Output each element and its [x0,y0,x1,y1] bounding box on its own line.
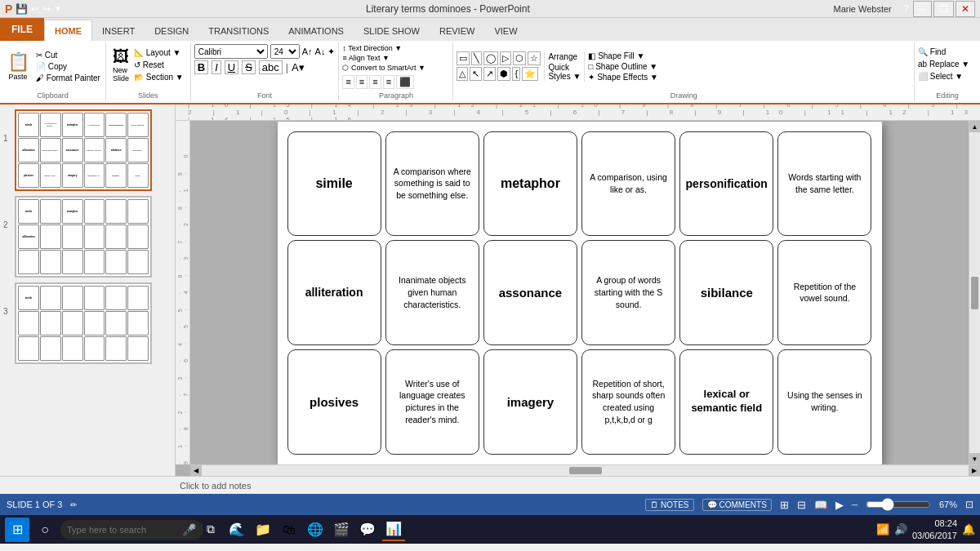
ribbon-tabs: FILE HOME INSERT DESIGN TRANSITIONS ANIM… [0,18,980,41]
cell-alliteration-def: Inanimate objects given human characteri… [385,240,479,345]
copy-button[interactable]: 📄 Copy [34,61,102,72]
microphone-icon[interactable]: 🎤 [182,523,196,536]
align-text-button[interactable]: ≡ Align Text ▼ [342,54,390,62]
tab-view[interactable]: VIEW [484,21,527,41]
store-icon[interactable]: 🛍 [278,518,301,541]
underline-button[interactable]: U [225,60,238,74]
align-right-icon[interactable]: ≡ [369,75,381,89]
paste-button[interactable]: 📋 Paste [3,44,33,88]
task-view-btn[interactable]: ⧉ [199,518,222,541]
cortana-icon[interactable]: ○ [33,518,57,542]
replace-button[interactable]: ab Replace ▼ [918,60,977,69]
shape-effects-button[interactable]: ✦ Shape Effects ▼ [588,73,658,82]
cut-button[interactable]: ✂ Cut [34,50,102,60]
view-slideshow-icon[interactable]: ▶ [835,499,844,511]
find-button[interactable]: 🔍 Find [918,47,977,56]
section-button[interactable]: 📂 Section ▼ [132,72,185,82]
view-reading-icon[interactable]: 📖 [814,499,827,511]
slide-edit-icon[interactable]: ✏ [70,500,77,509]
cell-plosives-def: Writer's use of language creates picture… [385,349,479,455]
main-canvas-area: | 16 | 15 | 14 | 13 | 12 | 11 | 10 | 9 |… [176,104,980,476]
tab-animations[interactable]: ANIMATIONS [278,21,354,41]
ppt-taskbar-icon[interactable]: 📊 [382,518,405,541]
edge-icon[interactable]: 🌊 [225,518,248,541]
slide-num-3: 3 [3,307,8,316]
font-name-select[interactable]: Calibri [194,44,268,59]
notification-icon[interactable]: 🔔 [962,523,975,535]
font-color-button[interactable]: A▾ [292,61,305,73]
quick-styles-button[interactable]: QuickStyles ▼ [548,63,581,81]
convert-smartart-button[interactable]: ⬡ Convert to SmartArt ▼ [342,64,425,72]
horizontal-ruler: | 16 | 15 | 14 | 13 | 12 | 11 | 10 | 9 |… [176,104,980,121]
comments-toggle[interactable]: 💬COMMENTS [702,499,772,511]
textshadow-button[interactable]: abc [259,60,283,74]
quick-access-redo[interactable]: ↪ [42,3,51,15]
increase-font-icon[interactable]: A↑ [302,47,313,56]
tab-home[interactable]: HOME [44,20,92,41]
ribbon-group-clipboard: 📋 Paste ✂ Cut 📄 Copy 🖌 Format Painter Cl… [0,42,106,101]
tab-review[interactable]: REVIEW [430,21,484,41]
vertical-scrollbar[interactable]: ▲ ▼ [969,121,980,464]
tab-design[interactable]: DESIGN [145,21,198,41]
notes-bar[interactable]: Click to add notes [0,476,980,494]
slide-thumb-3[interactable]: simile [15,282,152,364]
cell-personification-term: personification [679,131,773,237]
arrange-button[interactable]: Arrange [548,52,581,61]
shape-fill-button[interactable]: ◧ Shape Fill ▼ [588,51,658,60]
align-left-icon[interactable]: ≡ [342,75,354,89]
select-button[interactable]: ⬜ Select ▼ [918,72,977,81]
slide-canvas[interactable]: simile A comparison where something is s… [278,122,882,464]
strikethrough-button[interactable]: S [242,60,256,74]
align-center-icon[interactable]: ≡ [356,75,368,89]
justify-icon[interactable]: ≡ [383,75,394,89]
start-button[interactable]: ⊞ [5,518,29,542]
ribbon-group-paragraph: ↕ Text Direction ▼ ≡ Align Text ▼ ⬡ Conv… [339,42,453,101]
ribbon-group-font: Calibri 24 A↑ A↓ ✦ B I U S abc | A▾ Font [191,42,340,101]
columns-icon[interactable]: ⬛ [396,75,414,89]
minimize-btn[interactable]: ─ [913,1,932,17]
format-painter-button[interactable]: 🖌 Format Painter [34,73,102,83]
explorer-icon[interactable]: 📁 [252,518,274,541]
restore-btn[interactable]: ❐ [933,1,954,17]
tray-network-icon[interactable]: 📶 [876,523,889,535]
italic-button[interactable]: I [212,60,221,74]
taskbar: ⊞ ○ 🎤 ⧉ 🌊 📁 🛍 🌐 🎬 💬 📊 📶 🔊 08:24 03/06/20… [0,515,980,544]
zoom-level: 67% [939,500,957,509]
layout-button[interactable]: 📐 Layout ▼ [132,47,185,58]
quick-access-undo[interactable]: ↩ [31,3,39,15]
slide-thumb-2[interactable]: simile metaphor alliteration [15,196,152,278]
zoom-fit-icon[interactable]: ⊡ [965,499,973,510]
tray-sound-icon[interactable]: 🔊 [894,523,907,535]
clear-format-icon[interactable]: ✦ [327,47,335,57]
chat-icon[interactable]: 💬 [356,518,379,541]
new-slide-button[interactable]: 🖼 NewSlide [111,46,131,84]
cell-metaphor-def: A comparison, using like or as. [581,131,675,237]
view-slides-icon[interactable]: ⊟ [797,499,806,511]
view-normal-icon[interactable]: ⊞ [780,499,789,511]
help-icon[interactable]: ? [900,2,912,16]
taskbar-tray: 📶 🔊 08:24 03/06/2017 🔔 [876,518,975,541]
tab-slideshow[interactable]: SLIDE SHOW [354,21,430,41]
reset-button[interactable]: ↺ Reset [132,60,185,70]
shape-outline-button[interactable]: □ Shape Outline ▼ [588,62,658,71]
quick-access-more[interactable]: ▼ [54,4,62,13]
chrome-icon[interactable]: 🌐 [304,518,327,541]
notes-toggle[interactable]: 🗒NOTES [645,499,693,511]
font-size-select[interactable]: 24 [270,44,300,59]
slide-thumb-1[interactable]: simile A comparison where... metaphor A … [15,109,152,191]
tab-insert[interactable]: INSERT [92,21,145,41]
decrease-font-icon[interactable]: A↓ [315,47,326,56]
horizontal-scrollbar[interactable]: ◀ ▶ [190,464,980,476]
tab-transitions[interactable]: TRANSITIONS [198,21,278,41]
bold-button[interactable]: B [194,60,208,74]
slide-info: SLIDE 1 OF 3 [7,500,62,509]
cell-simile-term: simile [287,131,381,237]
tab-file[interactable]: FILE [0,18,44,41]
close-btn[interactable]: ✕ [956,1,975,17]
green-icon[interactable]: 🎬 [330,518,353,541]
cell-alliteration-term: alliteration [287,240,381,345]
quick-access-save[interactable]: 💾 [16,3,28,15]
cell-metaphor-term: metaphor [483,131,577,237]
zoom-slider[interactable] [866,499,931,510]
text-direction-button[interactable]: ↕ Text Direction ▼ [342,44,402,52]
